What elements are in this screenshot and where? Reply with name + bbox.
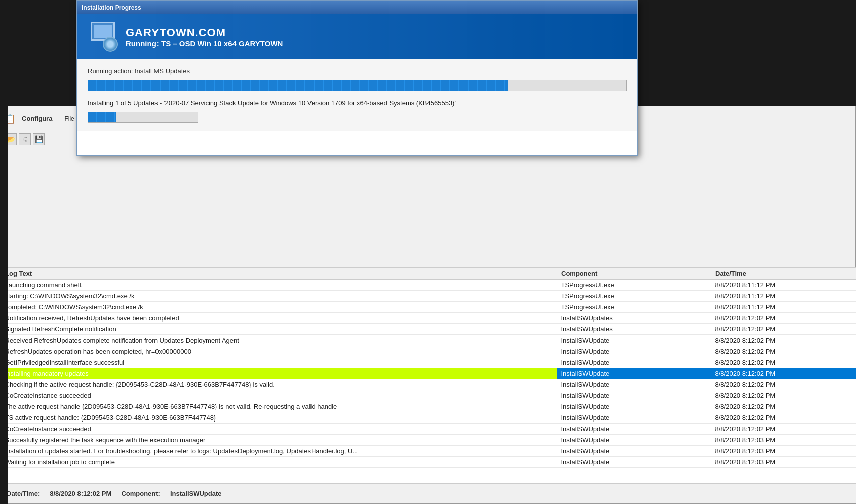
table-row[interactable]: Succesfully registered the task sequence…: [1, 435, 857, 446]
log-datetime-cell: 8/8/2020 8:12:02 PM: [711, 346, 857, 357]
log-datetime-cell: 8/8/2020 8:11:12 PM: [711, 302, 857, 313]
log-text-cell: Received RefreshUpdates complete notific…: [1, 335, 557, 346]
status-component-label: Component:: [121, 490, 160, 497]
small-progress-bar: [88, 112, 198, 123]
table-row[interactable]: The active request handle {2D095453-C28D…: [1, 401, 857, 412]
log-datetime-cell: 8/8/2020 8:12:02 PM: [711, 324, 857, 335]
log-component-cell: InstallSWUpdate: [557, 346, 711, 357]
log-datetime-cell: 8/8/2020 8:12:02 PM: [711, 313, 857, 324]
log-datetime-cell: 8/8/2020 8:12:02 PM: [711, 412, 857, 424]
log-datetime-cell: 8/8/2020 8:12:03 PM: [711, 446, 857, 457]
log-component-cell: InstallSWUpdate: [557, 390, 711, 401]
table-row[interactable]: TS active request handle: {2D095453-C28D…: [1, 412, 857, 424]
menu-file[interactable]: File: [61, 114, 77, 123]
table-row[interactable]: RefreshUpdates operation has been comple…: [1, 346, 857, 357]
table-row[interactable]: Signaled RefreshComplete notificationIns…: [1, 324, 857, 335]
install-status-text: Installing 1 of 5 Updates - '2020-07 Ser…: [88, 99, 627, 107]
log-text-cell: The active request handle {2D095453-C28D…: [1, 401, 557, 412]
log-table: Log Text Component Date/Time Launching c…: [1, 267, 856, 468]
table-row[interactable]: Checking if the active request handle: {…: [1, 379, 857, 390]
small-progress-fill: [88, 112, 116, 122]
monitor-screen: [94, 25, 112, 38]
log-area: Log Text Component Date/Time Launching c…: [1, 267, 856, 483]
toolbar-btn-save[interactable]: 💾: [33, 133, 45, 145]
status-datetime-value: 8/8/2020 8:12:02 PM: [50, 490, 111, 497]
background-app-window: 📋 Configura File Tool 📂 🖨 💾 Log Text Com…: [0, 106, 856, 504]
dialog-header-subtitle: Running: TS – OSD Win 10 x64 GARYTOWN: [126, 39, 283, 48]
col-header-component: Component: [557, 268, 711, 280]
log-component-cell: InstallSWUpdate: [557, 357, 711, 368]
dialog-header-text: GARYTOWN.COM Running: TS – OSD Win 10 x6…: [126, 26, 283, 48]
log-component-cell: InstallSWUpdate: [557, 401, 711, 412]
log-datetime-cell: 8/8/2020 8:12:02 PM: [711, 368, 857, 379]
table-row[interactable]: completed: C:\WINDOWS\system32\cmd.exe /…: [1, 302, 857, 313]
log-text-cell: Launching command shell.: [1, 280, 557, 291]
log-text-cell: Checking if the active request handle: {…: [1, 379, 557, 390]
dialog-header: GARYTOWN.COM Running: TS – OSD Win 10 x6…: [77, 14, 637, 59]
log-text-cell: Signaled RefreshComplete notification: [1, 324, 557, 335]
table-row[interactable]: Installing mandatory updatesInstallSWUpd…: [1, 368, 857, 379]
table-row[interactable]: Received RefreshUpdates complete notific…: [1, 335, 857, 346]
col-header-datetime: Date/Time: [711, 268, 857, 280]
cd-icon: [103, 37, 118, 52]
table-row[interactable]: GetIPriviledgedInstallInterface successf…: [1, 357, 857, 368]
log-component-cell: InstallSWUpdate: [557, 446, 711, 457]
toolbar-btn-print[interactable]: 🖨: [19, 133, 31, 145]
log-datetime-cell: 8/8/2020 8:12:02 PM: [711, 401, 857, 412]
log-text-cell: Installation of updates started. For tro…: [1, 446, 557, 457]
log-datetime-cell: 8/8/2020 8:12:02 PM: [711, 379, 857, 390]
log-component-cell: TSProgressUI.exe: [557, 280, 711, 291]
table-row[interactable]: CoCreateInstance succeededInstallSWUpdat…: [1, 390, 857, 401]
table-row[interactable]: starting: C:\WINDOWS\system32\cmd.exe /k…: [1, 291, 857, 302]
log-text-cell: TS active request handle: {2D095453-C28D…: [1, 412, 557, 424]
log-component-cell: InstallSWUpdate: [557, 435, 711, 446]
left-panel: [0, 0, 8, 504]
log-datetime-cell: 8/8/2020 8:12:03 PM: [711, 435, 857, 446]
log-text-cell: completed: C:\WINDOWS\system32\cmd.exe /…: [1, 302, 557, 313]
log-datetime-cell: 8/8/2020 8:12:02 PM: [711, 424, 857, 435]
log-datetime-cell: 8/8/2020 8:12:02 PM: [711, 335, 857, 346]
log-text-cell: CoCreateInstance succeeded: [1, 424, 557, 435]
log-component-cell: TSProgressUI.exe: [557, 302, 711, 313]
log-datetime-cell: 8/8/2020 8:12:02 PM: [711, 390, 857, 401]
dialog-title-text: Installation Progress: [82, 4, 141, 11]
log-datetime-cell: 8/8/2020 8:11:12 PM: [711, 280, 857, 291]
log-component-cell: InstallSWUpdate: [557, 335, 711, 346]
table-row[interactable]: Waiting for installation job to complete…: [1, 457, 857, 468]
app-title: Configura: [22, 115, 52, 122]
table-row[interactable]: Notification received, RefreshUpdates ha…: [1, 313, 857, 324]
log-datetime-cell: 8/8/2020 8:12:03 PM: [711, 457, 857, 468]
dialog-logo: [88, 22, 118, 52]
log-text-cell: GetIPriviledgedInstallInterface successf…: [1, 357, 557, 368]
log-component-cell: InstallSWUpdate: [557, 457, 711, 468]
running-action-label: Running action: Install MS Updates: [88, 67, 627, 75]
log-component-cell: InstallSWUpdate: [557, 424, 711, 435]
log-text-cell: Installing mandatory updates: [1, 368, 557, 379]
dialog-body: Running action: Install MS Updates Insta…: [77, 59, 637, 131]
log-text-cell: Waiting for installation job to complete: [1, 457, 557, 468]
log-text-cell: Notification received, RefreshUpdates ha…: [1, 313, 557, 324]
log-component-cell: InstallSWUpdate: [557, 368, 711, 379]
log-text-cell: CoCreateInstance succeeded: [1, 390, 557, 401]
log-text-cell: RefreshUpdates operation has been comple…: [1, 346, 557, 357]
col-header-logtext: Log Text: [1, 268, 557, 280]
log-component-cell: InstallSWUpdates: [557, 313, 711, 324]
main-progress-bar: [88, 80, 627, 91]
table-row[interactable]: CoCreateInstance succeededInstallSWUpdat…: [1, 424, 857, 435]
log-component-cell: TSProgressUI.exe: [557, 291, 711, 302]
status-bar: Date/Time: 8/8/2020 8:12:02 PM Component…: [1, 483, 856, 503]
log-datetime-cell: 8/8/2020 8:11:12 PM: [711, 291, 857, 302]
log-datetime-cell: 8/8/2020 8:12:02 PM: [711, 357, 857, 368]
status-component-value: InstallSWUpdate: [170, 490, 222, 497]
log-text-cell: Succesfully registered the task sequence…: [1, 435, 557, 446]
table-row[interactable]: Installation of updates started. For tro…: [1, 446, 857, 457]
log-component-cell: InstallSWUpdates: [557, 324, 711, 335]
table-row[interactable]: Launching command shell.TSProgressUI.exe…: [1, 280, 857, 291]
log-component-cell: InstallSWUpdate: [557, 379, 711, 390]
install-dialog: Installation Progress GARYTOWN.COM Runni…: [76, 0, 638, 156]
log-component-cell: InstallSWUpdate: [557, 412, 711, 424]
status-datetime-label: Date/Time:: [7, 490, 40, 497]
dialog-header-title: GARYTOWN.COM: [126, 26, 283, 39]
log-text-cell: starting: C:\WINDOWS\system32\cmd.exe /k: [1, 291, 557, 302]
dialog-titlebar: Installation Progress: [77, 1, 637, 14]
